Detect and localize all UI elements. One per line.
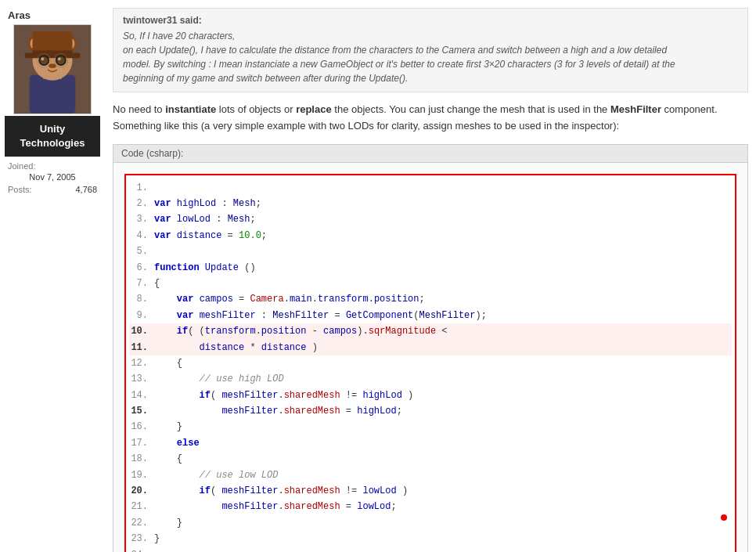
code-outer: 1. 2. var highLod : Mesh; 3. var lowLod …: [113, 162, 748, 552]
code-line-15: 15. meshFilter.sharedMesh = highLod;: [129, 403, 732, 419]
code-line-4: 4. var distance = 10.0;: [129, 228, 732, 244]
code-line-2: 2. var highLod : Mesh;: [129, 196, 732, 211]
code-line-18: 18. {: [129, 451, 732, 467]
quote-line4: beginning of my game and switch between …: [123, 73, 408, 84]
code-line-13: 13. // use high LOD: [129, 371, 732, 387]
posts-label: Posts:: [8, 185, 32, 194]
code-line-9: 9. var meshFilter : MeshFilter = GetComp…: [129, 308, 732, 323]
code-line-8: 8. var campos = Camera.main.transform.po…: [129, 291, 732, 307]
svg-rect-10: [33, 50, 73, 54]
code-line-24: 24.: [129, 547, 732, 552]
user-meta: Joined: Nov 7, 2005 Posts: 4,768: [5, 157, 100, 199]
code-line-20: 20. if( meshFilter.sharedMesh != lowLod …: [129, 483, 732, 499]
reply-text: No need to instantiate lots of objects o…: [113, 102, 748, 135]
user-sidebar: Aras: [0, 8, 105, 552]
quote-block: twintower31 said: So, If I have 20 chara…: [113, 8, 748, 92]
svg-point-13: [40, 56, 48, 64]
code-inner: 1. 2. var highLod : Mesh; 3. var lowLod …: [124, 174, 736, 552]
code-line-1: 1.: [129, 180, 732, 196]
bold-replace: replace: [296, 103, 332, 115]
avatar-svg: [14, 24, 91, 114]
quote-author: twintower31 said:: [123, 15, 738, 26]
quote-line2: on each Update(), I have to calculate th…: [123, 45, 667, 56]
quote-text: So, If I have 20 characters, on each Upd…: [123, 29, 738, 85]
bold-meshfilter: MeshFilter: [610, 103, 661, 115]
code-line-12: 12. {: [129, 355, 732, 371]
posts-count: 4,768: [75, 185, 97, 194]
post-area: Aras: [0, 0, 756, 552]
code-line-21: 21. meshFilter.sharedMesh = lowLod;: [129, 499, 732, 514]
red-dot-indicator: [721, 514, 727, 521]
svg-point-14: [57, 56, 65, 64]
code-line-23: 23. }: [129, 531, 732, 547]
username-bar: Unity Technologies: [5, 116, 100, 157]
svg-rect-1: [30, 75, 76, 114]
quote-author-name: twintower31: [123, 15, 177, 26]
code-line-16: 16. }: [129, 419, 732, 435]
posts-row: Posts: 4,768: [5, 183, 100, 196]
avatar-image: [14, 25, 91, 114]
joined-date: Nov 7, 2005: [5, 172, 100, 183]
code-line-11: 11. distance * distance ): [129, 340, 732, 355]
code-line-14: 14. if( meshFilter.sharedMesh != highLod…: [129, 388, 732, 403]
post-content: twintower31 said: So, If I have 20 chara…: [105, 8, 756, 552]
code-line-17: 17. else: [129, 435, 732, 451]
svg-point-15: [41, 57, 44, 60]
code-line-5: 5.: [129, 244, 732, 259]
quote-said: said:: [180, 15, 202, 26]
code-label: Code (csharp):: [113, 144, 748, 162]
code-line-10: 10. if( (transform.position - campos).sq…: [129, 323, 732, 339]
code-line-7: 7. {: [129, 276, 732, 291]
code-line-6: 6. function Update (): [129, 260, 732, 276]
user-name-top: Aras: [5, 8, 100, 24]
page-container: Aras: [0, 0, 756, 552]
svg-point-16: [58, 57, 61, 60]
quote-line3: model. By switching : I mean instanciate…: [123, 59, 675, 70]
bold-instantiate: instantiate: [165, 103, 216, 115]
user-avatar: [13, 24, 92, 114]
code-line-3: 3. var lowLod : Mesh;: [129, 211, 732, 227]
code-line-19: 19. // use low LOD: [129, 467, 732, 483]
code-line-22: 22. }: [129, 515, 732, 531]
joined-label: Joined:: [5, 160, 100, 172]
quote-line1: So, If I have 20 characters,: [123, 31, 235, 41]
